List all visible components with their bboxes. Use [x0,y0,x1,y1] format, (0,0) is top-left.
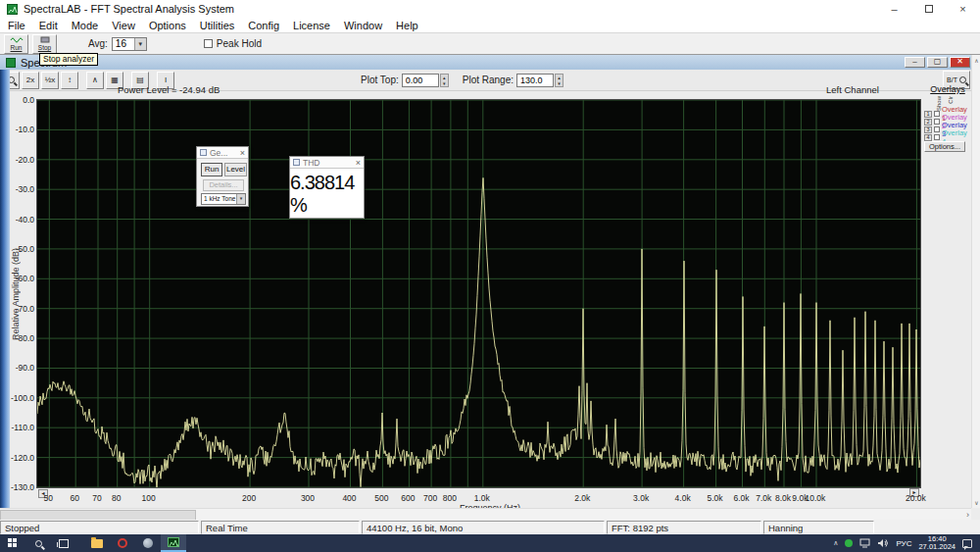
maximize-button[interactable] [911,0,946,18]
menu-license[interactable]: License [293,20,330,31]
keyboard-layout[interactable]: РУС [896,539,911,548]
antivirus-tray-icon[interactable] [845,539,853,547]
spectrum-plot[interactable] [36,99,921,488]
plot-range-input[interactable]: 130.0 [516,74,554,87]
menu-mode[interactable]: Mode [72,20,99,31]
spectralab-icon [168,537,179,547]
spectrum-minimize-button[interactable]: – [905,57,925,68]
x-tick-label: 2.0k [565,493,599,503]
scroll-down-icon[interactable]: ∨ [972,499,980,506]
tray-date: 27.01.2024 [918,543,956,551]
close-button[interactable]: × [946,0,980,18]
generator-details-button[interactable]: Details... [203,179,244,191]
main-toolbar: Run Stop Avg: 16 ▾ Peak Hold [0,32,980,54]
action-center-icon[interactable] [962,539,972,548]
thd-title-bar[interactable]: THD × [290,157,364,169]
spectrum-icon [6,58,16,68]
zoom-in-2x-button[interactable]: 2x [22,72,39,89]
thd-close-icon[interactable]: × [356,158,361,168]
menu-edit[interactable]: Edit [39,20,58,31]
chevron-down-icon[interactable]: ▾ [236,194,245,204]
menu-window[interactable]: Window [344,20,382,31]
y-tick-label: -130.0 [9,482,34,492]
menu-config[interactable]: Config [248,20,279,31]
generator-close-icon[interactable]: × [240,148,245,158]
plot-top-input[interactable]: 0.00 [402,74,439,87]
zoom-out-2x-button[interactable]: ½x [41,72,59,89]
opera-button[interactable] [110,534,135,552]
speaker-icon[interactable] [877,538,889,548]
magnifier-icon [959,76,966,83]
task-view-button[interactable] [51,534,76,552]
overlay-number-button[interactable]: 3 [924,126,932,133]
x-tick-label: 10.0k [799,493,832,503]
peak-cursor-button[interactable]: ∧ [86,72,104,89]
zoom-full-button[interactable]: ↕ [61,72,78,89]
menu-file[interactable]: File [8,20,25,31]
spectralab-taskbar-button[interactable] [161,534,186,552]
taskbar-search-button[interactable] [25,534,51,552]
y-tick-label: -100.0 [9,393,34,403]
avg-combo[interactable]: 16 ▾ [112,37,147,51]
scroll-right-icon[interactable]: › [966,510,969,520]
y-tick-label: -10.0 [9,125,34,134]
overlay-checkbox[interactable] [934,111,940,117]
plot-range-spinner[interactable]: ▴▾ [555,74,564,87]
overlay-number-button[interactable]: 1 [924,111,932,118]
overlays-options-button[interactable]: Options... [924,141,965,152]
overlay-row: 4Overlay 4 [924,133,973,141]
menu-options[interactable]: Options [149,20,186,31]
menu-help[interactable]: Help [396,20,418,31]
overlay-number-button[interactable]: 4 [924,134,932,141]
menu-bar: FileEditModeViewOptionsUtilitiesConfigLi… [0,18,980,32]
minimize-button[interactable]: – [877,0,911,18]
start-button[interactable] [0,534,25,552]
thd-dialog: THD × 6.38814 % [289,156,365,219]
status-cell: Real Time [201,521,360,534]
overlay-number-button[interactable]: 2 [924,119,932,125]
opera-icon [118,538,127,548]
file-explorer-button[interactable] [84,534,110,552]
tray-expand-icon[interactable]: ∧ [833,539,838,547]
screen: { "window": { "title": "SpectraLAB - FFT… [0,0,980,552]
thd-title: THD [303,158,356,168]
run-button[interactable]: Run [4,34,28,54]
overlay-checkbox[interactable] [934,126,940,132]
overlay-checkbox[interactable] [934,134,940,140]
title-bar: SpectraLAB - FFT Spectral Analysis Syste… [0,0,980,18]
y-tick-label: -80.0 [9,333,34,343]
chevron-down-icon[interactable]: ▾ [134,38,146,50]
spectrum-title-bar[interactable]: Spectrum – ▢ ✕ [0,55,980,70]
menu-view[interactable]: View [112,20,135,31]
tray-clock[interactable]: 16:40 27.01.2024 [918,535,956,551]
status-bar: StoppedReal Time44100 Hz, 16 bit, MonoFF… [0,520,980,534]
x-tick-label: 1.0k [466,493,499,503]
browser-button[interactable] [135,534,161,552]
generator-run-button[interactable]: Run [201,163,222,176]
spectrum-close-button[interactable]: ✕ [950,57,970,68]
overlays-panel: Overlays Show Clr 1Overlay 12Overlay 23O… [922,84,973,94]
plot-top-spinner[interactable]: ▴▾ [440,74,449,87]
stop-button[interactable]: Stop [32,34,57,54]
peak-hold-checkbox[interactable] [204,39,213,48]
generator-icon [200,149,207,156]
generator-title-bar[interactable]: Ge... × [197,147,248,159]
thd-icon [293,159,300,166]
status-cell: 44100 Hz, 16 bit, Mono [362,521,605,534]
y-tick-label: -90.0 [9,363,34,373]
generator-level-button[interactable]: Level [224,163,247,176]
overlays-header: Overlays [922,84,973,94]
scroll-up-icon[interactable]: ∧ [972,57,980,64]
taskbar: ∧ РУС 16:40 27.01.2024 [0,534,980,552]
x-tick-label: 400 [332,493,366,503]
overlay-checkbox[interactable] [934,119,940,125]
network-icon[interactable] [859,538,870,548]
x-tick-label: 4.0k [666,493,700,503]
generator-signal-combo[interactable]: 1 kHz Tone ▾ [201,193,246,205]
menu-utilities[interactable]: Utilities [200,20,234,31]
vertical-scrollbar[interactable]: ∧ ∨ [971,55,980,508]
generator-dialog: Ge... × Run Level Details... 1 kHz Tone … [196,146,249,207]
globe-icon [143,538,153,548]
folder-icon [91,539,103,548]
spectrum-restore-button[interactable]: ▢ [927,57,948,68]
